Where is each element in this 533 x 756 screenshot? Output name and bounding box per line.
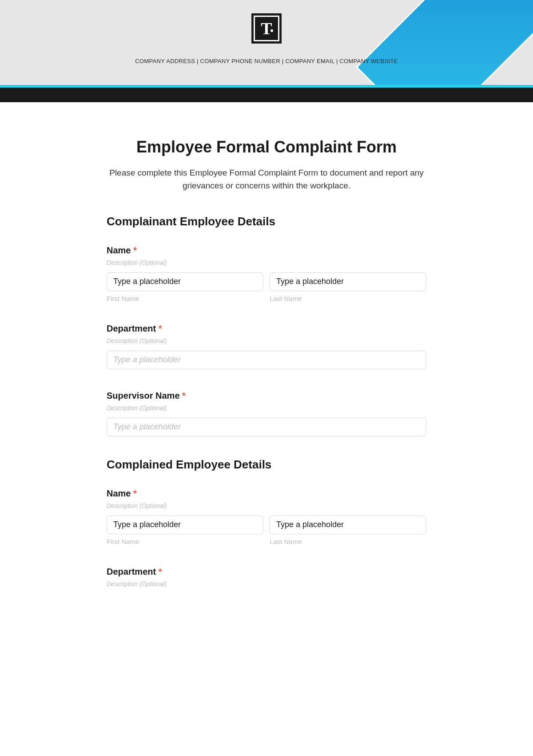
field-label: Name *: [107, 245, 426, 256]
required-marker: *: [133, 245, 137, 255]
field-complainant-supervisor: Supervisor Name * Description (Optional): [107, 391, 426, 436]
field-label: Department *: [107, 567, 426, 577]
field-label: Supervisor Name *: [107, 391, 426, 401]
first-name-input[interactable]: [107, 272, 263, 291]
last-name-input[interactable]: [270, 516, 426, 534]
company-logo: T: [251, 13, 282, 44]
section-complainant-title: Complainant Employee Details: [107, 215, 426, 228]
required-marker: *: [159, 324, 162, 333]
field-hint: Description (Optional): [107, 337, 426, 344]
first-name-input[interactable]: [107, 516, 263, 534]
required-marker: *: [159, 567, 162, 576]
required-marker: *: [133, 488, 137, 498]
page-header: T COMPANY ADDRESS | COMPANY PHONE NUMBER…: [0, 0, 533, 85]
accent-bar-black: [0, 88, 533, 102]
field-hint: Description (Optional): [107, 404, 426, 412]
department-input[interactable]: [107, 351, 426, 369]
form-title: Employee Formal Complaint Form: [107, 138, 426, 156]
last-name-input[interactable]: [270, 272, 426, 291]
field-label: Department *: [107, 324, 426, 334]
section-complained-title: Complained Employee Details: [107, 458, 426, 472]
field-hint: Description (Optional): [107, 259, 426, 266]
field-label: Name *: [107, 488, 426, 499]
decorative-stripe: [356, 0, 533, 85]
field-complainant-department: Department * Description (Optional): [107, 324, 426, 369]
required-marker: *: [182, 391, 186, 400]
field-hint: Description (Optional): [107, 580, 426, 588]
sublabel-last: Last Name: [270, 295, 426, 302]
sublabel-first: First Name: [107, 538, 263, 545]
logo-letter: T: [261, 19, 272, 38]
form-description: Please complete this Employee Formal Com…: [107, 166, 426, 192]
supervisor-input[interactable]: [107, 418, 426, 436]
field-hint: Description (Optional): [107, 502, 426, 509]
field-complained-department: Department * Description (Optional): [107, 567, 426, 588]
field-complainant-name: Name * Description (Optional) First Name…: [107, 245, 426, 302]
sublabel-first: First Name: [107, 295, 263, 302]
company-info-line: COMPANY ADDRESS | COMPANY PHONE NUMBER |…: [135, 58, 398, 64]
sublabel-last: Last Name: [270, 538, 426, 545]
form-content: Employee Formal Complaint Form Please co…: [98, 102, 435, 612]
field-complained-name: Name * Description (Optional) First Name…: [107, 488, 426, 545]
